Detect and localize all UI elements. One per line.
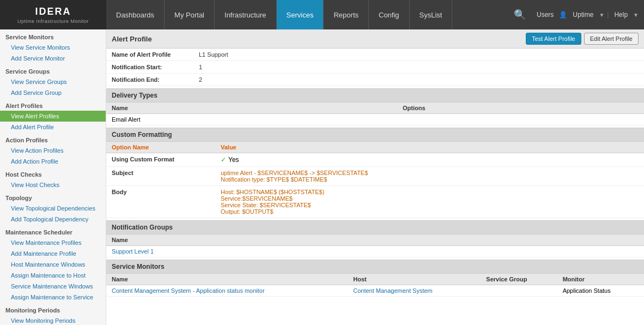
cf-value-container: ✓Yes: [221, 156, 239, 164]
sidebar-section-host-checks: Host Checks: [0, 167, 106, 179]
cf-value-header: Value: [221, 144, 236, 151]
logo-text: IDERA: [17, 6, 89, 17]
users-link[interactable]: Users: [534, 11, 556, 19]
nav-item-infrastructure[interactable]: Infrastructure: [215, 0, 277, 29]
search-icon[interactable]: 🔍: [511, 6, 528, 23]
user-icon: 👤: [559, 11, 567, 19]
help-dropdown-icon: ▼: [633, 12, 639, 18]
nav-items: DashboardsMy PortalInfrastructureService…: [106, 0, 452, 29]
custom-formatting-header: Custom Formatting: [106, 128, 644, 142]
sidebar-item-view-action-profiles[interactable]: View Action Profiles: [0, 145, 106, 156]
sm-name[interactable]: Content Management System - Application …: [106, 285, 348, 297]
sidebar-item-add-alert-profile[interactable]: Add Alert Profile: [0, 122, 106, 133]
action-buttons: Test Alert Profile Edit Alert Profile: [526, 33, 639, 45]
cf-label: Using Custom Format: [112, 156, 221, 162]
sidebar-item-service-maintenance-windows[interactable]: Service Maintenance Windows: [0, 281, 106, 292]
sm-host[interactable]: Content Management System: [348, 285, 481, 297]
sm-col-header: Name: [106, 274, 348, 285]
sidebar-item-view-topological-dependencies[interactable]: View Topological Dependencies: [0, 203, 106, 214]
sidebar-item-add-action-profile[interactable]: Add Action Profile: [0, 156, 106, 167]
dropdown-icon: ▼: [599, 12, 604, 18]
cf-value: Yes: [228, 156, 239, 164]
sidebar-section-monitoring-periods: Monitoring Periods: [0, 303, 106, 315]
field-value: 2: [199, 76, 202, 83]
sm-col-header: Monitor: [557, 274, 644, 285]
nav-item-syslist[interactable]: SysList: [410, 0, 453, 29]
delivery-options: [397, 114, 644, 125]
sm-col-header: Service Group: [481, 274, 557, 285]
field-label: Notification Start:: [112, 64, 199, 70]
table-row: Email Alert: [106, 114, 644, 125]
help-link[interactable]: Help: [611, 11, 630, 19]
edit-alert-profile-button[interactable]: Edit Alert Profile: [584, 33, 639, 45]
field-label: Name of Alert Profile: [112, 51, 199, 58]
sidebar-item-view-maintenance-profiles[interactable]: View Maintenance Profiles: [0, 237, 106, 248]
table-row: Content Management System - Application …: [106, 285, 644, 297]
sidebar-section-action-profiles: Action Profiles: [0, 133, 106, 145]
delivery-name: Email Alert: [106, 114, 397, 125]
cf-column-headers: Option Name Value: [106, 142, 644, 153]
sm-col-header: Host: [348, 274, 481, 285]
sidebar-item-add-maintenance-profile[interactable]: Add Maintenance Profile: [0, 248, 106, 259]
nav-item-dashboards[interactable]: Dashboards: [106, 0, 165, 29]
col-name-header: Name: [106, 103, 397, 114]
col-options-header: Options: [397, 103, 644, 114]
top-right-links: Users 👤 Uptime ▼ | Help ▼: [534, 11, 639, 19]
ng-name[interactable]: Support Level 1: [106, 246, 644, 257]
cf-label: Subject: [112, 170, 221, 176]
cf-rows: Using Custom Format✓YesSubjectuptime Ale…: [106, 153, 644, 218]
field-row: Notification End:2: [106, 74, 644, 86]
field-row: Name of Alert ProfileL1 Support: [106, 49, 644, 61]
cf-value-container: Host: $HOSTNAME$ ($HOSTSTATE$)Service:$S…: [221, 189, 324, 215]
sidebar-item-view-host-checks[interactable]: View Host Checks: [0, 179, 106, 190]
field-row: Notification Start:1: [106, 61, 644, 74]
nav-item-config[interactable]: Config: [369, 0, 410, 29]
sidebar-item-view-alert-profiles[interactable]: View Alert Profiles: [0, 111, 106, 122]
basic-fields: Name of Alert ProfileL1 SupportNotificat…: [106, 49, 644, 86]
sidebar-item-assign-maintenance-to-host[interactable]: Assign Maintenance to Host: [0, 270, 106, 281]
logo-area: IDERA Uptime Infrastructure Monitor: [0, 0, 106, 29]
sidebar-section-topology: Topology: [0, 190, 106, 203]
logo-subtitle: Uptime Infrastructure Monitor: [17, 19, 89, 24]
ng-link[interactable]: Support Level 1: [112, 248, 154, 255]
top-right: 🔍 Users 👤 Uptime ▼ | Help ▼: [506, 0, 644, 29]
cf-row: Subjectuptime Alert - $SERVICENAME$ -> $…: [106, 167, 644, 186]
field-value: 1: [199, 64, 202, 70]
sidebar-item-add-service-group[interactable]: Add Service Group: [0, 87, 106, 98]
nav-item-my-portal[interactable]: My Portal: [165, 0, 215, 29]
sidebar-item-assign-maintenance-to-service[interactable]: Assign Maintenance to Service: [0, 292, 106, 303]
delivery-types-table: Name Options Email Alert: [106, 103, 644, 125]
notification-groups-table: Name Support Level 1: [106, 234, 644, 257]
field-value: L1 Support: [199, 51, 228, 58]
content-header: Alert Profile Test Alert Profile Edit Al…: [106, 29, 644, 49]
test-alert-profile-button[interactable]: Test Alert Profile: [526, 33, 581, 45]
top-bar: IDERA Uptime Infrastructure Monitor Dash…: [0, 0, 644, 29]
cf-value-container: uptime Alert - $SERVICENAME$ -> $SERVICE…: [221, 170, 368, 183]
page-title: Alert Profile: [112, 35, 152, 43]
check-icon: ✓: [221, 156, 226, 164]
sidebar-section-maintenance-scheduler: Maintenance Scheduler: [0, 225, 106, 237]
sm-host-link[interactable]: Content Management System: [353, 287, 433, 294]
main-layout: Service MonitorsView Service MonitorsAdd…: [0, 29, 644, 325]
sidebar-item-view-monitoring-periods[interactable]: View Monitoring Periods: [0, 315, 106, 325]
nav-item-reports[interactable]: Reports: [324, 0, 369, 29]
service-monitors-header: Service Monitors: [106, 260, 644, 274]
nav-item-services[interactable]: Services: [277, 0, 324, 29]
sidebar-section-service-monitors: Service Monitors: [0, 29, 106, 42]
cf-row: BodyHost: $HOSTNAME$ ($HOSTSTATE$)Servic…: [106, 186, 644, 218]
sm-service-group: [481, 285, 557, 297]
uptime-link[interactable]: Uptime: [570, 11, 596, 19]
cf-value-line: Service State: $SERVICESTATE$: [221, 202, 324, 208]
delivery-types-header: Delivery Types: [106, 88, 644, 103]
sidebar-item-view-service-groups[interactable]: View Service Groups: [0, 76, 106, 87]
sidebar-section-alert-profiles: Alert Profiles: [0, 98, 106, 111]
sidebar-item-add-topological-dependency[interactable]: Add Topological Dependency: [0, 214, 106, 225]
sm-monitor: Application Status: [557, 285, 644, 297]
cf-option-name-header: Option Name: [112, 144, 221, 151]
sm-name-link[interactable]: Content Management System - Application …: [112, 287, 265, 294]
sidebar-item-add-service-monitor[interactable]: Add Service Monitor: [0, 53, 106, 64]
sidebar-item-view-service-monitors[interactable]: View Service Monitors: [0, 42, 106, 53]
content-area: Alert Profile Test Alert Profile Edit Al…: [106, 29, 644, 325]
service-monitors-table: NameHostService GroupMonitor Content Man…: [106, 274, 644, 297]
sidebar-item-host-maintenance-windows[interactable]: Host Maintenance Windows: [0, 259, 106, 270]
